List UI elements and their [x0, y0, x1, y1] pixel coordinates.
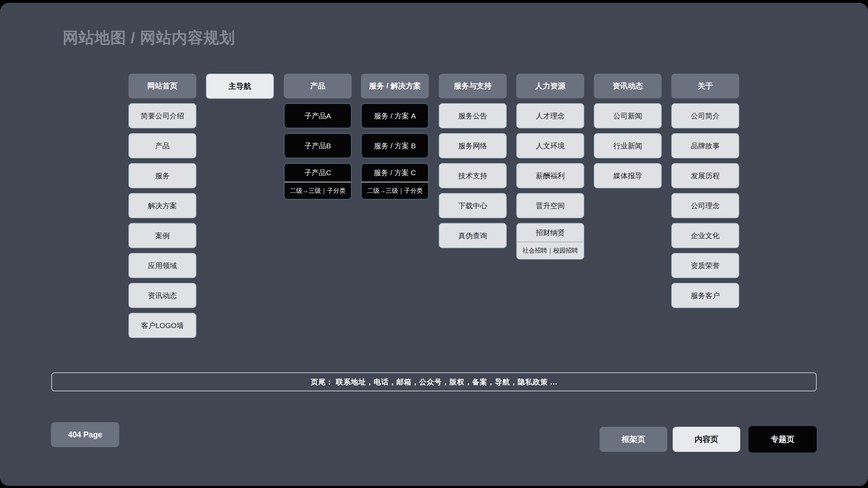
node-home-cases[interactable]: 案例 — [128, 223, 196, 248]
node-sub-product-b[interactable]: 子产品B — [284, 133, 352, 158]
node-company-brief[interactable]: 简要公司介绍 — [128, 103, 196, 128]
column-support: 服务与支持 服务公告 服务网络 技术支持 下载中心 真伪查询 — [439, 74, 507, 248]
node-company-profile[interactable]: 公司简介 — [671, 103, 739, 128]
column-products: 产品 子产品A 子产品B 子产品C 二级→三级｜子分类 — [284, 74, 352, 200]
node-support-header[interactable]: 服务与支持 — [439, 74, 507, 98]
node-service-plan-b[interactable]: 服务 / 方案 B — [361, 133, 429, 158]
node-sublabel: 社会招聘｜校园招聘 — [517, 242, 583, 259]
node-recruiting[interactable]: 招财纳贤 社会招聘｜校园招聘 — [516, 223, 584, 259]
node-served-clients[interactable]: 服务客户 — [671, 283, 739, 308]
node-service-solutions-header[interactable]: 服务 / 解决方案 — [361, 74, 429, 98]
node-culture-environment[interactable]: 人文环境 — [516, 133, 584, 158]
column-news: 资讯动态 公司新闻 行业新闻 媒体报导 — [594, 74, 662, 188]
column-service-solutions: 服务 / 解决方案 服务 / 方案 A 服务 / 方案 B 服务 / 方案 C … — [361, 74, 429, 200]
node-download-center[interactable]: 下载中心 — [439, 193, 507, 218]
sitemap-canvas: 网站地图 / 网站内容规划 网站首页 简要公司介绍 产品 服务 解决方案 案例 … — [0, 0, 868, 488]
node-salary-benefits[interactable]: 薪酬福利 — [516, 163, 584, 188]
node-history[interactable]: 发展历程 — [671, 163, 739, 188]
node-service-plan-a[interactable]: 服务 / 方案 A — [361, 103, 429, 128]
node-main-nav[interactable]: 主导航 — [206, 74, 274, 99]
node-brand-story[interactable]: 品牌故事 — [671, 133, 739, 158]
node-tech-support[interactable]: 技术支持 — [439, 163, 507, 188]
legend-frame-page[interactable]: 框架页 — [600, 427, 667, 452]
node-hr-header[interactable]: 人力资源 — [516, 74, 584, 98]
node-sublabel: 二级→三级｜子分类 — [285, 182, 351, 199]
column-hr: 人力资源 人才理念 人文环境 薪酬福利 晋升空间 招财纳贤 社会招聘｜校园招聘 — [516, 74, 584, 259]
page-title: 网站地图 / 网站内容规划 — [63, 28, 235, 48]
footer-bar[interactable]: 页尾： 联系地址，电话，邮箱，公众号，版权，备案，导航，隐私政策 ... — [51, 372, 817, 391]
node-service-notice[interactable]: 服务公告 — [439, 103, 507, 128]
node-home-fields[interactable]: 应用领域 — [128, 253, 196, 278]
node-home-logo-wall[interactable]: 客户LOGO墙 — [128, 313, 196, 338]
node-media-reports[interactable]: 媒体报导 — [594, 163, 662, 188]
legend-content-page[interactable]: 内容页 — [673, 427, 740, 452]
node-company-philosophy[interactable]: 公司理念 — [671, 193, 739, 218]
column-about: 关于 公司简介 品牌故事 发展历程 公司理念 企业文化 资质荣誉 服务客户 — [671, 74, 739, 308]
node-news-header[interactable]: 资讯动态 — [594, 74, 662, 98]
legend-special-page[interactable]: 专题页 — [748, 426, 817, 453]
node-authenticity-check[interactable]: 真伪查询 — [439, 223, 507, 248]
node-sub-product-c[interactable]: 子产品C 二级→三级｜子分类 — [284, 163, 352, 200]
node-talent-philosophy[interactable]: 人才理念 — [516, 103, 584, 128]
node-company-news[interactable]: 公司新闻 — [594, 103, 662, 128]
node-service-plan-c[interactable]: 服务 / 方案 C 二级→三级｜子分类 — [361, 163, 429, 200]
column-home: 网站首页 简要公司介绍 产品 服务 解决方案 案例 应用领域 资讯动态 客户LO… — [128, 74, 196, 338]
node-products-header[interactable]: 产品 — [284, 74, 352, 98]
node-label: 子产品C — [285, 164, 351, 182]
node-home-news[interactable]: 资讯动态 — [128, 283, 196, 308]
node-label: 服务 / 方案 C — [362, 164, 428, 182]
node-sublabel: 二级→三级｜子分类 — [362, 182, 428, 199]
sitemap-panel: 网站地图 / 网站内容规划 网站首页 简要公司介绍 产品 服务 解决方案 案例 … — [0, 3, 868, 486]
node-label: 招财纳贤 — [517, 224, 583, 242]
node-home-header[interactable]: 网站首页 — [128, 74, 196, 98]
node-about-header[interactable]: 关于 — [671, 74, 739, 98]
node-corporate-culture[interactable]: 企业文化 — [671, 223, 739, 248]
node-404-page[interactable]: 404 Page — [51, 422, 119, 447]
node-home-solutions[interactable]: 解决方案 — [128, 193, 196, 218]
node-qualifications[interactable]: 资质荣誉 — [671, 253, 739, 278]
node-industry-news[interactable]: 行业新闻 — [594, 133, 662, 158]
node-service-network[interactable]: 服务网络 — [439, 133, 507, 158]
node-sub-product-a[interactable]: 子产品A — [284, 103, 352, 128]
node-home-products[interactable]: 产品 — [128, 133, 196, 158]
node-promotion-space[interactable]: 晋升空间 — [516, 193, 584, 218]
column-main-nav: 主导航 — [206, 74, 274, 99]
node-home-services[interactable]: 服务 — [128, 163, 196, 188]
